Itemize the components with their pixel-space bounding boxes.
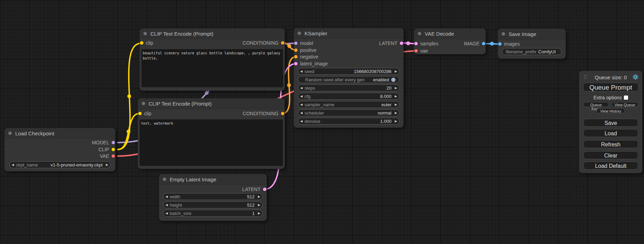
positive-prompt-textarea[interactable]: beautiful scenery nature glass bottle la… — [141, 49, 283, 87]
load-button[interactable]: Load — [583, 129, 638, 137]
view-queue-button[interactable]: View Queue — [611, 102, 638, 107]
decrement-arrow-icon[interactable] — [298, 68, 305, 75]
increment-arrow-icon[interactable] — [256, 210, 262, 217]
queue-panel-header: Queue size: 0 — [580, 71, 642, 82]
node-title-bar: CLIP Text Encode (Prompt) — [140, 28, 285, 39]
link-dot-clip2 — [127, 130, 131, 134]
collapse-dot-icon[interactable] — [163, 178, 166, 181]
widget-value: 156680208700286 — [314, 69, 393, 74]
vae-output-dot[interactable] — [112, 154, 115, 158]
conditioning-output-dot[interactable] — [281, 112, 284, 115]
view-history-button[interactable]: View History — [597, 108, 625, 113]
node-save-image[interactable]: Save Image images filename_prefix ComfyU… — [498, 29, 566, 59]
node-ksampler[interactable]: KSampler model LATENT positive negative … — [294, 28, 404, 128]
extra-options-checkbox[interactable] — [624, 96, 628, 100]
images-input-dot[interactable] — [498, 42, 502, 46]
model-output-dot[interactable] — [112, 141, 115, 144]
filename-prefix-widget[interactable]: filename_prefix ComfyUI — [502, 48, 562, 55]
decrement-arrow-icon[interactable] — [164, 201, 170, 208]
decrement-arrow-icon[interactable] — [298, 84, 305, 91]
decrement-arrow-icon[interactable] — [298, 93, 305, 100]
widget-name: steps — [305, 85, 315, 91]
ckpt-name-widget[interactable]: ckpt_name v1-5-pruned-emaonly.ckpt — [9, 161, 111, 168]
conditioning-output-dot[interactable] — [281, 41, 284, 45]
widget-name: cfg — [305, 94, 310, 99]
extra-options-row: Extra options — [580, 95, 642, 100]
input-slot-positive: positive — [294, 47, 404, 54]
link-dot-clip1 — [127, 94, 131, 98]
widget-name: filename_prefix — [506, 49, 536, 54]
negative-input-dot[interactable] — [294, 55, 298, 58]
node-title: Load Checkpoint — [15, 130, 54, 136]
steps-widget[interactable]: steps 20 — [298, 84, 399, 91]
width-widget[interactable]: width 512 — [163, 193, 263, 200]
increment-arrow-icon[interactable] — [393, 93, 399, 100]
denoise-widget[interactable]: denoise 1.000 — [298, 118, 399, 125]
toggle-dot-icon[interactable] — [391, 78, 396, 82]
widget-name: denoise — [305, 119, 320, 124]
increment-arrow-icon[interactable] — [256, 193, 262, 200]
increment-arrow-icon[interactable] — [256, 201, 262, 208]
prev-arrow-icon[interactable] — [298, 101, 305, 108]
node-empty-latent-image[interactable]: Empty Latent Image LATENT width 512 heig… — [159, 174, 267, 221]
output-slot-conditioning: CONDITIONING — [140, 39, 285, 46]
collapse-dot-icon[interactable] — [418, 32, 421, 35]
prev-arrow-icon[interactable] — [10, 161, 16, 168]
collapse-dot-icon[interactable] — [143, 32, 147, 35]
random-seed-toggle-widget[interactable]: Random seed after every gen enabled — [298, 76, 399, 83]
latent-image-input-dot[interactable] — [294, 62, 298, 65]
node-clip-text-encode-positive[interactable]: CLIP Text Encode (Prompt) clip CONDITION… — [140, 28, 285, 91]
save-button[interactable]: Save — [583, 119, 638, 127]
prev-arrow-icon[interactable] — [298, 109, 305, 116]
decrement-arrow-icon[interactable] — [298, 118, 305, 125]
decrement-arrow-icon[interactable] — [164, 193, 170, 200]
settings-gear-icon[interactable] — [633, 74, 638, 80]
node-load-checkpoint[interactable]: Load Checkpoint MODEL CLIP VAE ckpt_name… — [5, 128, 115, 171]
clip-output-dot[interactable] — [112, 148, 115, 151]
node-title: KSampler — [305, 30, 327, 36]
refresh-button[interactable]: Refresh — [583, 140, 638, 148]
widget-name: batch_size — [170, 211, 191, 216]
input-slot-images: images — [498, 40, 566, 47]
slot-label: CLIP — [98, 147, 109, 152]
widget-name: sampler_name — [305, 102, 334, 107]
clear-button[interactable]: Clear — [583, 151, 638, 159]
scheduler-widget[interactable]: scheduler normal — [298, 109, 399, 116]
cfg-widget[interactable]: cfg 8.000 — [298, 93, 399, 100]
image-output-dot[interactable] — [482, 42, 485, 45]
next-arrow-icon[interactable] — [104, 161, 110, 168]
load-default-button[interactable]: Load Default — [583, 162, 638, 170]
link-dot-model — [205, 91, 209, 95]
collapse-dot-icon[interactable] — [142, 102, 145, 105]
next-arrow-icon[interactable] — [393, 109, 399, 116]
node-title-bar: Save Image — [498, 29, 566, 39]
node-vae-decode[interactable]: VAE Decode samples IMAGE vae — [414, 28, 486, 54]
collapse-dot-icon[interactable] — [8, 132, 12, 135]
increment-arrow-icon[interactable] — [393, 84, 399, 91]
slot-label: IMAGE — [464, 41, 479, 46]
queue-prompt-button[interactable]: Queue Prompt — [583, 83, 638, 91]
queue-front-button[interactable]: Queue Front — [583, 102, 609, 107]
node-clip-text-encode-negative[interactable]: CLIP Text Encode (Prompt) clip CONDITION… — [138, 98, 285, 169]
latent-output-dot[interactable] — [400, 42, 403, 45]
slot-label: VAE — [100, 153, 109, 159]
extra-options-label: Extra options — [593, 95, 622, 100]
increment-arrow-icon[interactable] — [393, 68, 399, 75]
vae-input-dot[interactable] — [414, 49, 418, 53]
increment-arrow-icon[interactable] — [393, 118, 399, 125]
latent-output-dot[interactable] — [263, 188, 266, 191]
link-dot-samples — [406, 42, 410, 45]
link-dot-image — [490, 42, 494, 46]
decrement-arrow-icon[interactable] — [164, 210, 170, 217]
negative-prompt-textarea[interactable]: text, watermark — [140, 119, 283, 166]
output-slot-image: IMAGE — [414, 40, 486, 47]
sampler-name-widget[interactable]: sampler_name euler — [298, 101, 399, 108]
node-graph-canvas[interactable]: Load Checkpoint MODEL CLIP VAE ckpt_name… — [0, 0, 644, 244]
seed-widget[interactable]: seed 156680208700286 — [298, 68, 399, 75]
positive-input-dot[interactable] — [294, 48, 298, 52]
next-arrow-icon[interactable] — [393, 101, 399, 108]
batch-size-widget[interactable]: batch_size 1 — [163, 210, 263, 217]
height-widget[interactable]: height 512 — [163, 201, 263, 208]
collapse-dot-icon[interactable] — [502, 32, 505, 36]
collapse-dot-icon[interactable] — [298, 31, 301, 35]
